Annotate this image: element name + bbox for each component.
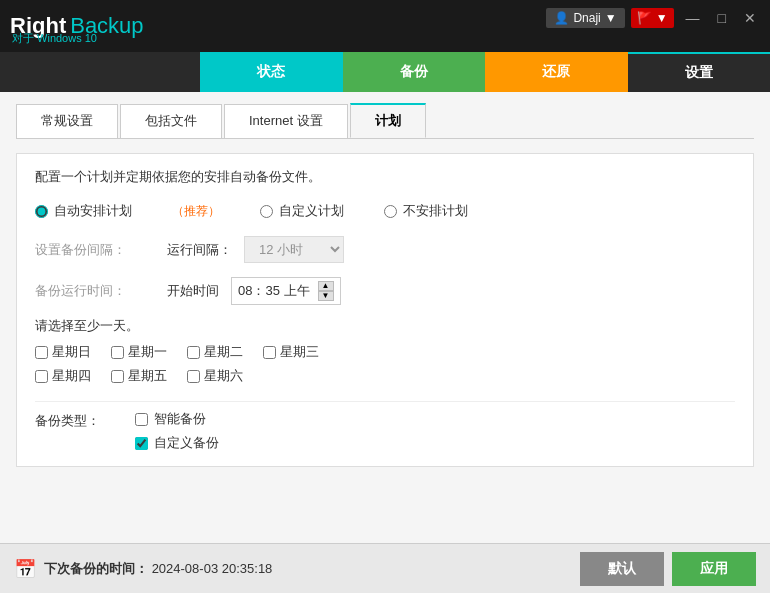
tab-backup[interactable]: 备份 [343,52,486,92]
radio-auto-input[interactable] [35,205,48,218]
minimize-button[interactable]: — [680,8,706,28]
day-tuesday-check[interactable] [187,346,200,359]
days-row: 星期日 星期一 星期二 星期三 [35,343,735,361]
user-button[interactable]: 👤 Dnaji ▼ [546,8,624,28]
time-up-btn[interactable]: ▲ [318,281,334,291]
days-section: 请选择至少一天。 星期日 星期一 星期二 星期三 [35,317,735,385]
nav-tabs: 状态 备份 还原 设置 [0,52,770,92]
day-thursday-label: 星期四 [52,367,91,385]
close-button[interactable]: ✕ [738,8,762,28]
sub-tabs: 常规设置 包括文件 Internet 设置 计划 [16,104,754,139]
day-tuesday[interactable]: 星期二 [187,343,243,361]
day-tuesday-label: 星期二 [204,343,243,361]
title-bar-controls: 👤 Dnaji ▼ 🚩 ▼ — □ ✕ [546,8,762,28]
time-down-btn[interactable]: ▼ [318,291,334,301]
default-button[interactable]: 默认 [580,552,664,586]
calendar-icon: 📅 [14,558,36,580]
day-wednesday-label: 星期三 [280,343,319,361]
interval-row: 设置备份间隔： 运行间隔： 12 小时 [35,236,735,263]
tab-status[interactable]: 状态 [200,52,343,92]
user-icon: 👤 [554,11,569,25]
next-backup-prefix: 下次备份的时间： 2024-08-03 20:35:18 [44,560,272,578]
smart-backup-label: 智能备份 [154,410,206,428]
title-bar: Right Backup 对于 Windows 10 👤 Dnaji ▼ 🚩 ▼… [0,0,770,52]
maximize-button[interactable]: □ [712,8,732,28]
day-sunday-check[interactable] [35,346,48,359]
backup-type-section: 备份类型： 智能备份 自定义备份 [35,401,735,452]
interval-label: 设置备份间隔： [35,241,155,259]
radio-row: 自动安排计划 （推荐） 自定义计划 不安排计划 [35,202,735,220]
sub-tab-internet[interactable]: Internet 设置 [224,104,348,138]
time-value: 08：35 上午 [238,282,310,300]
custom-backup-option[interactable]: 自定义备份 [135,434,219,452]
custom-backup-check[interactable] [135,437,148,450]
user-label: Dnaji [573,11,600,25]
dropdown-icon: ▼ [605,11,617,25]
radio-none-input[interactable] [384,205,397,218]
day-monday[interactable]: 星期一 [111,343,167,361]
custom-backup-label: 自定义备份 [154,434,219,452]
day-saturday[interactable]: 星期六 [187,367,243,385]
radio-custom[interactable]: 自定义计划 [260,202,344,220]
apply-button[interactable]: 应用 [672,552,756,586]
radio-auto[interactable]: 自动安排计划 [35,202,132,220]
start-time-label: 开始时间 [167,282,219,300]
days-prompt: 请选择至少一天。 [35,317,735,335]
next-backup-time: 2024-08-03 20:35:18 [152,561,273,576]
day-monday-check[interactable] [111,346,124,359]
backup-type-label: 备份类型： [35,410,115,430]
day-saturday-label: 星期六 [204,367,243,385]
day-sunday[interactable]: 星期日 [35,343,91,361]
schedule-info: 配置一个计划并定期依据您的安排自动备份文件。 [35,168,735,186]
sub-tab-general[interactable]: 常规设置 [16,104,118,138]
sub-tab-schedule[interactable]: 计划 [350,103,426,138]
day-wednesday-check[interactable] [263,346,276,359]
recommend-label: （推荐） [172,203,220,220]
radio-none-label: 不安排计划 [403,202,468,220]
radio-auto-label: 自动安排计划 [54,202,132,220]
tab-settings[interactable]: 设置 [628,52,771,92]
footer-buttons: 默认 应用 [580,552,756,586]
backup-run-label: 备份运行时间： [35,282,155,300]
day-friday[interactable]: 星期五 [111,367,167,385]
next-backup-info: 📅 下次备份的时间： 2024-08-03 20:35:18 [14,558,570,580]
day-wednesday[interactable]: 星期三 [263,343,319,361]
logo-subtitle: 对于 Windows 10 [12,31,97,46]
time-spinner: ▲ ▼ [318,281,334,301]
flag-icon: 🚩 [637,11,652,25]
smart-backup-check[interactable] [135,413,148,426]
radio-none[interactable]: 不安排计划 [384,202,468,220]
time-input-box: 08：35 上午 ▲ ▼ [231,277,341,305]
day-sunday-label: 星期日 [52,343,91,361]
day-friday-check[interactable] [111,370,124,383]
day-monday-label: 星期一 [128,343,167,361]
day-thursday[interactable]: 星期四 [35,367,91,385]
days-row-2: 星期四 星期五 星期六 [35,367,735,385]
schedule-panel: 配置一个计划并定期依据您的安排自动备份文件。 自动安排计划 （推荐） 自定义计划… [16,153,754,467]
backup-type-options: 智能备份 自定义备份 [135,410,219,452]
radio-custom-input[interactable] [260,205,273,218]
day-friday-label: 星期五 [128,367,167,385]
smart-backup-option[interactable]: 智能备份 [135,410,219,428]
interval-select[interactable]: 12 小时 [244,236,344,263]
footer: 📅 下次备份的时间： 2024-08-03 20:35:18 默认 应用 [0,543,770,593]
next-backup-prefix-bold: 下次备份的时间： [44,561,148,576]
main-content: 常规设置 包括文件 Internet 设置 计划 配置一个计划并定期依据您的安排… [0,92,770,543]
time-row: 备份运行时间： 开始时间 08：35 上午 ▲ ▼ [35,277,735,305]
radio-custom-label: 自定义计划 [279,202,344,220]
tab-restore[interactable]: 还原 [485,52,628,92]
run-interval-label: 运行间隔： [167,241,232,259]
sub-tab-include[interactable]: 包括文件 [120,104,222,138]
flag-button[interactable]: 🚩 ▼ [631,8,674,28]
day-saturday-check[interactable] [187,370,200,383]
day-thursday-check[interactable] [35,370,48,383]
flag-dropdown: ▼ [656,11,668,25]
